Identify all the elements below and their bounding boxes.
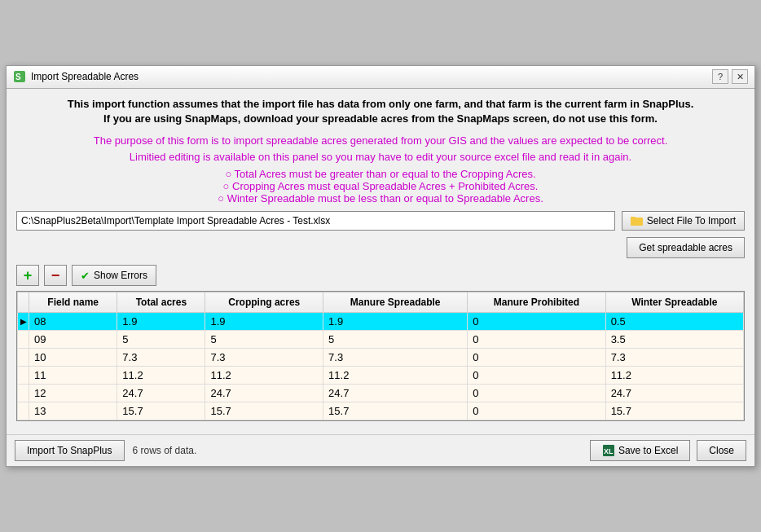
cell-total-acres[interactable]: 1.9 xyxy=(117,313,205,331)
add-row-button[interactable]: + xyxy=(16,265,39,286)
info-line1: This import function assumes that the im… xyxy=(16,97,745,126)
rows-info: 6 rows of data. xyxy=(133,445,197,456)
folder-icon xyxy=(631,215,644,226)
row-indicator xyxy=(18,331,29,349)
cell-manure-prohibited[interactable]: 0 xyxy=(468,385,605,402)
cell-field-name[interactable]: 13 xyxy=(29,402,117,420)
content-area: This import function assumes that the im… xyxy=(7,89,754,429)
col-total-acres: Total acres xyxy=(117,292,205,313)
row-indicator: ▶ xyxy=(18,313,29,331)
help-button[interactable]: ? xyxy=(712,69,728,84)
col-manure-spreadable: Manure Spreadable xyxy=(323,292,468,313)
close-button[interactable]: Close xyxy=(697,440,746,461)
cell-field-name[interactable]: 08 xyxy=(29,313,117,331)
window-title: Import Spreadable Acres xyxy=(31,71,139,82)
cell-field-name[interactable]: 09 xyxy=(29,331,117,349)
rules-list: Total Acres must be greater than or equa… xyxy=(16,168,745,204)
title-bar-left: S Import Spreadable Acres xyxy=(13,70,139,83)
close-window-button[interactable]: ✕ xyxy=(732,69,748,84)
svg-text:S: S xyxy=(15,73,21,81)
row-indicator xyxy=(18,402,29,420)
cell-cropping-acres[interactable]: 5 xyxy=(205,331,323,349)
import-to-snapplus-button[interactable]: Import To SnapPlus xyxy=(15,440,125,461)
cell-winter-spreadable[interactable]: 7.3 xyxy=(605,349,743,367)
title-bar-right: ? ✕ xyxy=(712,69,748,84)
cell-total-acres[interactable]: 24.7 xyxy=(117,385,205,402)
table-row[interactable]: 11 11.2 11.2 11.2 0 11.2 xyxy=(18,367,744,385)
cell-manure-spreadable[interactable]: 7.3 xyxy=(323,349,468,367)
cell-manure-spreadable[interactable]: 15.7 xyxy=(323,402,468,420)
row-indicator xyxy=(18,367,29,385)
cell-cropping-acres[interactable]: 7.3 xyxy=(205,349,323,367)
table-row[interactable]: 10 7.3 7.3 7.3 0 7.3 xyxy=(18,349,744,367)
cell-manure-spreadable[interactable]: 24.7 xyxy=(323,385,468,402)
cell-manure-spreadable[interactable]: 11.2 xyxy=(323,367,468,385)
cell-field-name[interactable]: 12 xyxy=(29,385,117,402)
cell-total-acres[interactable]: 7.3 xyxy=(117,349,205,367)
cell-winter-spreadable[interactable]: 11.2 xyxy=(605,367,743,385)
cell-manure-prohibited[interactable]: 0 xyxy=(468,402,605,420)
row-indicator xyxy=(18,385,29,402)
check-icon: ✔ xyxy=(81,270,90,282)
cell-manure-spreadable[interactable]: 1.9 xyxy=(323,313,468,331)
cell-winter-spreadable[interactable]: 15.7 xyxy=(605,402,743,420)
select-file-button[interactable]: Select File To Import xyxy=(622,211,745,231)
cell-manure-spreadable[interactable]: 5 xyxy=(323,331,468,349)
rule-3: Winter Spreadable must be less than or e… xyxy=(16,192,745,204)
cell-total-acres[interactable]: 5 xyxy=(117,331,205,349)
cell-manure-prohibited[interactable]: 0 xyxy=(468,349,605,367)
table-body: ▶ 08 1.9 1.9 1.9 0 0.5 09 5 5 5 0 3.5 10… xyxy=(18,313,744,420)
cell-cropping-acres[interactable]: 24.7 xyxy=(205,385,323,402)
toolbar-row: + − ✔ Show Errors xyxy=(16,265,745,286)
table-row[interactable]: 12 24.7 24.7 24.7 0 24.7 xyxy=(18,385,744,402)
cell-manure-prohibited[interactable]: 0 xyxy=(468,313,605,331)
col-field-name: Field name xyxy=(29,292,117,313)
cell-manure-prohibited[interactable]: 0 xyxy=(468,331,605,349)
row-indicator xyxy=(18,349,29,367)
col-manure-prohibited: Manure Prohibited xyxy=(468,292,605,313)
table-row[interactable]: ▶ 08 1.9 1.9 1.9 0 0.5 xyxy=(18,313,744,331)
cell-field-name[interactable]: 10 xyxy=(29,349,117,367)
app-icon: S xyxy=(13,70,26,83)
excel-icon: XL xyxy=(602,444,615,457)
file-row: Select File To Import xyxy=(16,211,745,231)
cell-field-name[interactable]: 11 xyxy=(29,367,117,385)
data-table: Field name Total acres Cropping acres Ma… xyxy=(17,292,744,420)
cell-total-acres[interactable]: 11.2 xyxy=(117,367,205,385)
cell-total-acres[interactable]: 15.7 xyxy=(117,402,205,420)
rule-2: Cropping Acres must equal Spreadable Acr… xyxy=(16,180,745,192)
row-indicator-header xyxy=(18,292,29,313)
main-window: S Import Spreadable Acres ? ✕ This impor… xyxy=(6,65,755,467)
table-row[interactable]: 13 15.7 15.7 15.7 0 15.7 xyxy=(18,402,744,420)
info-magenta: The purpose of this form is to import sp… xyxy=(16,133,745,165)
footer-right: XL Save to Excel Close xyxy=(590,440,746,461)
table-header-row: Field name Total acres Cropping acres Ma… xyxy=(18,292,744,313)
cell-cropping-acres[interactable]: 1.9 xyxy=(205,313,323,331)
svg-text:XL: XL xyxy=(604,447,614,455)
cell-winter-spreadable[interactable]: 24.7 xyxy=(605,385,743,402)
remove-row-button[interactable]: − xyxy=(44,265,67,286)
cell-winter-spreadable[interactable]: 0.5 xyxy=(605,313,743,331)
save-to-excel-button[interactable]: XL Save to Excel xyxy=(590,440,690,461)
data-table-container: Field name Total acres Cropping acres Ma… xyxy=(16,291,745,421)
footer-left: Import To SnapPlus 6 rows of data. xyxy=(15,440,196,461)
col-cropping-acres: Cropping acres xyxy=(205,292,323,313)
svg-rect-3 xyxy=(631,217,636,219)
col-winter-spreadable: Winter Spreadable xyxy=(605,292,743,313)
footer-bar: Import To SnapPlus 6 rows of data. XL Sa… xyxy=(7,434,754,466)
table-row[interactable]: 09 5 5 5 0 3.5 xyxy=(18,331,744,349)
cell-manure-prohibited[interactable]: 0 xyxy=(468,367,605,385)
show-errors-button[interactable]: ✔ Show Errors xyxy=(72,265,156,286)
info-box: This import function assumes that the im… xyxy=(16,97,745,126)
cell-cropping-acres[interactable]: 11.2 xyxy=(205,367,323,385)
cell-winter-spreadable[interactable]: 3.5 xyxy=(605,331,743,349)
cell-cropping-acres[interactable]: 15.7 xyxy=(205,402,323,420)
rule-1: Total Acres must be greater than or equa… xyxy=(16,168,745,180)
title-bar: S Import Spreadable Acres ? ✕ xyxy=(7,66,754,89)
file-path-input[interactable] xyxy=(16,211,615,231)
get-spreadable-acres-button[interactable]: Get spreadable acres xyxy=(627,237,745,258)
